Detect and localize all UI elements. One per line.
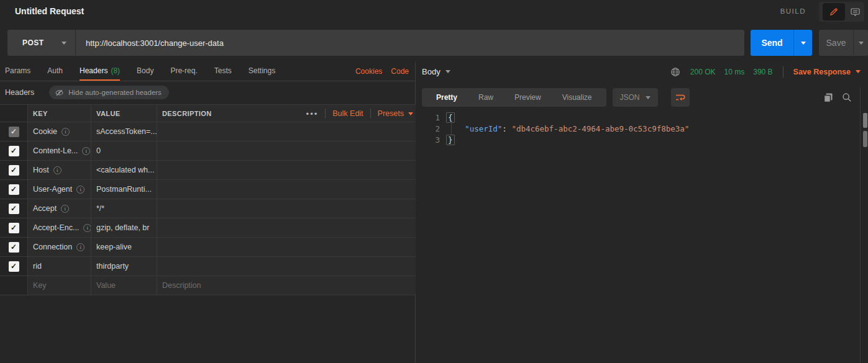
save-options-button[interactable] — [854, 30, 868, 56]
info-icon — [53, 166, 62, 174]
header-description-cell[interactable] — [157, 141, 416, 160]
format-label: JSON — [620, 93, 640, 102]
key-input-placeholder[interactable]: Key — [33, 281, 47, 290]
save-button[interactable]: Save — [819, 30, 868, 56]
view-tab-preview[interactable]: Preview — [504, 93, 552, 102]
url-input[interactable]: http://localhost:3001/change-user-data — [76, 38, 744, 48]
scrollbar-thumb[interactable] — [863, 131, 867, 147]
presets-dropdown[interactable]: Presets — [378, 109, 413, 118]
status-badge[interactable]: 200 OK — [690, 68, 716, 76]
header-value-cell[interactable]: thirdparty — [96, 262, 129, 271]
header-key-cell[interactable]: Accept — [33, 204, 57, 213]
save-response-button[interactable]: Save Response — [793, 68, 861, 76]
header-value-cell[interactable]: */* — [96, 204, 104, 213]
response-header: Body 200 OK 10 ms 390 B Save Response — [416, 62, 868, 81]
header-row-accept-encoding: Accept-Enc... gzip, deflate, br — [0, 218, 416, 238]
hide-autogenerated-toggle[interactable]: Hide auto-generated headers — [49, 86, 169, 99]
tab-params[interactable]: Params — [5, 62, 30, 81]
close-brace[interactable]: } — [446, 135, 455, 145]
headers-section-title: Headers — [5, 88, 34, 97]
header-value-cell[interactable]: sAccessToken=... — [96, 127, 157, 136]
send-label[interactable]: Send — [751, 30, 794, 56]
description-input-placeholder[interactable]: Description — [162, 281, 201, 290]
row-checkbox[interactable] — [9, 165, 19, 176]
row-checkbox[interactable] — [9, 184, 19, 195]
response-view-tabs: Pretty Raw Preview Visualize — [422, 88, 606, 107]
header-description-cell[interactable] — [157, 161, 416, 179]
pencil-icon — [829, 7, 839, 17]
response-body-dropdown[interactable]: Body — [422, 67, 450, 76]
header-value-cell[interactable]: <calculated wh... — [96, 166, 154, 174]
header-key-cell[interactable]: User-Agent — [33, 185, 72, 194]
row-checkbox[interactable] — [9, 204, 19, 214]
header-description-cell[interactable] — [157, 238, 416, 256]
header-description-cell[interactable] — [157, 180, 416, 199]
header-description-cell[interactable] — [157, 218, 416, 237]
divider — [370, 109, 371, 119]
format-dropdown[interactable]: JSON — [613, 88, 658, 107]
scrollbar-thumb[interactable] — [863, 113, 867, 128]
search-icon[interactable] — [842, 92, 852, 102]
json-key: "userId" — [465, 124, 502, 133]
network-icon[interactable] — [670, 67, 680, 77]
response-time[interactable]: 10 ms — [724, 68, 745, 76]
tab-auth[interactable]: Auth — [47, 62, 63, 81]
header-description-cell[interactable] — [157, 199, 416, 218]
row-checkbox[interactable] — [9, 261, 19, 272]
tab-headers[interactable]: Headers(8) — [80, 62, 120, 81]
postman-app: Untitled Request BUILD POST http://local… — [0, 0, 868, 363]
cookies-link[interactable]: Cookies — [355, 67, 382, 76]
chevron-down-icon — [646, 96, 651, 99]
hide-autogenerated-label: Hide auto-generated headers — [68, 89, 162, 96]
chevron-down-icon — [801, 42, 806, 45]
save-label[interactable]: Save — [819, 30, 854, 56]
view-tab-visualize[interactable]: Visualize — [552, 93, 603, 102]
header-key-cell[interactable]: Cookie — [33, 127, 57, 136]
view-tab-pretty[interactable]: Pretty — [426, 93, 468, 102]
edit-mode-button[interactable] — [823, 3, 845, 20]
header-key-cell[interactable]: Host — [33, 166, 49, 174]
row-checkbox[interactable] — [9, 242, 19, 253]
build-label: BUILD — [780, 7, 806, 15]
headers-table-head: KEY VALUE DESCRIPTION ••• Bulk Edit Pres… — [0, 105, 416, 122]
code-link[interactable]: Code — [391, 67, 409, 76]
send-button[interactable]: Send — [751, 30, 812, 56]
wrap-lines-button[interactable] — [671, 88, 690, 107]
header-value-cell[interactable]: gzip, deflate, br — [96, 223, 149, 232]
line-number: 1 — [416, 112, 446, 123]
header-key-cell[interactable]: Accept-Enc... — [33, 223, 79, 232]
copy-icon[interactable] — [823, 92, 833, 103]
tab-prereq[interactable]: Pre-req. — [170, 62, 197, 81]
row-checkbox[interactable] — [9, 146, 19, 156]
divider — [783, 66, 783, 78]
header-row-connection: Connection keep-alive — [0, 238, 416, 257]
chevron-down-icon — [859, 42, 864, 45]
comment-button[interactable] — [850, 7, 861, 17]
header-value-cell[interactable]: keep-alive — [96, 243, 132, 251]
more-actions-icon[interactable]: ••• — [306, 109, 319, 119]
tab-body[interactable]: Body — [137, 62, 153, 81]
header-key-cell[interactable]: rid — [33, 262, 42, 271]
header-row-rid: rid thirdparty — [0, 257, 416, 276]
header-key-cell[interactable]: Connection — [33, 243, 72, 251]
row-checkbox[interactable] — [9, 127, 19, 137]
response-size[interactable]: 390 B — [753, 68, 772, 76]
response-toolbar: Pretty Raw Preview Visualize JSON — [422, 88, 868, 107]
chevron-down-icon — [445, 70, 450, 73]
header-description-cell[interactable] — [157, 257, 416, 276]
bulk-edit-link[interactable]: Bulk Edit — [332, 109, 363, 118]
row-checkbox[interactable] — [9, 223, 19, 233]
view-tab-raw[interactable]: Raw — [468, 93, 504, 102]
header-description-cell[interactable] — [157, 122, 416, 141]
value-input-placeholder[interactable]: Value — [96, 281, 116, 290]
header-value-cell[interactable]: 0 — [96, 146, 101, 155]
tab-settings[interactable]: Settings — [249, 62, 275, 81]
method-label: POST — [22, 38, 44, 47]
method-dropdown[interactable]: POST — [7, 30, 76, 56]
header-key-cell[interactable]: Content-Le... — [33, 146, 78, 155]
mode-toggle-group — [819, 2, 864, 22]
send-options-button[interactable] — [794, 30, 812, 56]
header-value-cell[interactable]: PostmanRunti... — [96, 185, 152, 194]
tab-tests[interactable]: Tests — [214, 62, 232, 81]
open-brace[interactable]: { — [446, 112, 455, 123]
